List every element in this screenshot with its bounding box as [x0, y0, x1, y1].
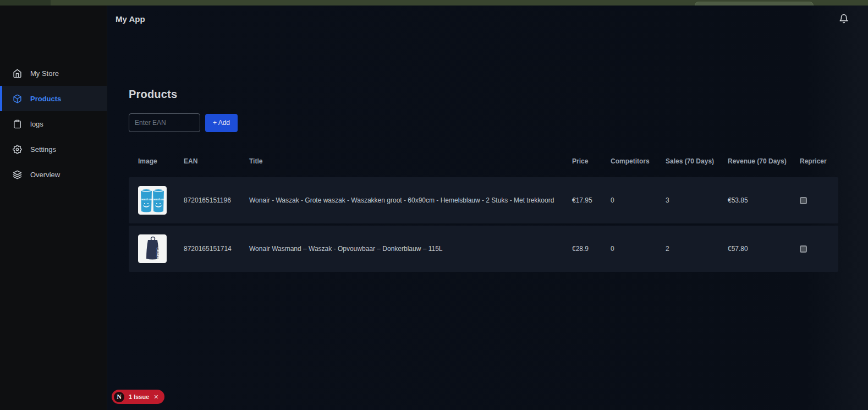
column-header-sales: Sales (70 Days): [666, 157, 728, 166]
price-cell: €17.95: [572, 195, 611, 205]
sales-cell: 3: [666, 195, 728, 205]
sidebar-item-label: Overview: [30, 171, 60, 179]
layers-icon: [13, 170, 22, 179]
controls-row: + Add: [129, 113, 868, 132]
revenue-cell: €57.80: [728, 244, 800, 254]
column-header-competitors: Competitors: [611, 157, 666, 166]
sidebar-nav: My Store Products logs Settings: [0, 61, 107, 187]
sidebar-item-settings[interactable]: Settings: [0, 136, 107, 162]
title-cell: Wonair - Waszak - Grote waszak - Waszakk…: [249, 195, 572, 205]
svg-text:wash me: wash me: [141, 198, 153, 201]
sidebar-item-label: My Store: [30, 69, 59, 78]
sales-cell: 2: [666, 244, 728, 254]
topbar: My App: [107, 6, 868, 32]
price-cell: €28.9: [572, 244, 611, 254]
title-cell: Wonair Wasmand – Waszak - Opvouwbaar – D…: [249, 244, 572, 254]
page-title: Products: [129, 88, 868, 101]
ean-cell: 8720165151714: [184, 244, 249, 254]
product-image-laundry-bag: LAUNDRY: [138, 234, 167, 263]
nextjs-logo-icon: N: [114, 392, 124, 402]
product-image-wash-bags: wash me wash me: [138, 186, 167, 215]
column-header-ean: EAN: [184, 157, 249, 166]
svg-text:wash me: wash me: [153, 198, 165, 201]
revenue-cell: €53.85: [728, 195, 800, 205]
cube-icon: [13, 94, 22, 103]
sidebar-item-products[interactable]: Products: [0, 86, 107, 111]
app-title: My App: [116, 14, 145, 24]
column-header-image: Image: [138, 157, 184, 166]
table-row[interactable]: wash me wash me 8720165151196 Wonair - W…: [129, 177, 838, 223]
app-window: My Store Products logs Settings: [0, 6, 868, 410]
table-row[interactable]: LAUNDRY 8720165151714 Wonair Wasmand – W…: [129, 226, 838, 272]
browser-strip-corner: [0, 0, 51, 6]
repricer-checkbox[interactable]: [800, 245, 807, 253]
repricer-cell: [800, 245, 838, 253]
repricer-cell: [800, 197, 838, 204]
product-image-cell: wash me wash me: [138, 186, 184, 215]
competitors-cell: 0: [611, 195, 666, 205]
sidebar-item-logs[interactable]: logs: [0, 111, 107, 136]
sidebar-item-label: Settings: [30, 145, 56, 154]
sidebar: My Store Products logs Settings: [0, 6, 107, 410]
ean-input[interactable]: [129, 113, 200, 132]
gear-icon: [13, 145, 22, 154]
competitors-cell: 0: [611, 244, 666, 254]
content: Products + Add Image EAN Title Price Com…: [107, 88, 868, 272]
svg-text:LAUNDRY: LAUNDRY: [156, 248, 160, 261]
column-header-revenue: Revenue (70 Days): [728, 157, 800, 166]
sidebar-item-label: Products: [30, 95, 61, 103]
sidebar-item-overview[interactable]: Overview: [0, 162, 107, 187]
table-header: Image EAN Title Price Competitors Sales …: [129, 147, 838, 175]
column-header-repricer: Repricer: [800, 157, 838, 166]
dev-issues-label: 1 Issue: [129, 393, 149, 400]
home-icon: [13, 69, 22, 78]
clipboard-icon: [13, 119, 22, 129]
browser-top-strip: [0, 0, 868, 6]
bell-icon[interactable]: [839, 14, 849, 24]
product-image-cell: LAUNDRY: [138, 234, 184, 263]
sidebar-item-label: logs: [30, 120, 43, 128]
column-header-title: Title: [249, 157, 572, 166]
ean-cell: 8720165151196: [184, 195, 249, 205]
close-icon[interactable]: ✕: [153, 393, 158, 401]
column-header-price: Price: [572, 157, 611, 166]
dev-issues-badge[interactable]: N 1 Issue ✕: [112, 390, 164, 404]
sidebar-item-my-store[interactable]: My Store: [0, 61, 107, 86]
repricer-checkbox[interactable]: [800, 197, 807, 204]
add-button[interactable]: + Add: [205, 114, 238, 132]
main-area: My App Products + Add Image EAN Title Pr…: [107, 6, 868, 410]
